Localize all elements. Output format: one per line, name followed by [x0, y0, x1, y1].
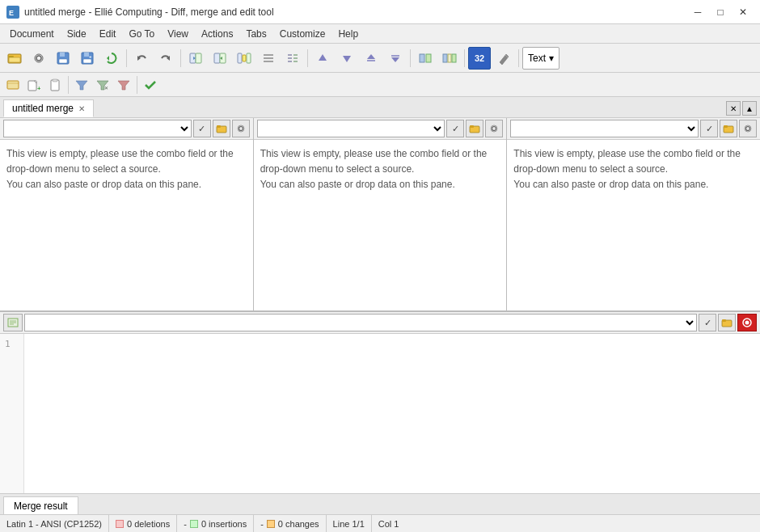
title-bar: E untitled merge - Ellié Computing - Dif…	[0, 0, 760, 24]
bottom-pane-folder[interactable]	[718, 314, 736, 331]
center-pane: ✓ This view is empty, please use the com…	[254, 118, 508, 310]
tab-win-close[interactable]: ✕	[726, 101, 741, 116]
center-pane-combo[interactable]	[257, 120, 445, 137]
left-pane-check[interactable]: ✓	[193, 120, 211, 137]
copy-left-button[interactable]	[184, 47, 207, 70]
menu-document[interactable]: Document	[3, 24, 61, 43]
open-file-button[interactable]	[3, 75, 23, 95]
menu-edit[interactable]: Edit	[93, 24, 123, 43]
left-pane-combo[interactable]	[3, 120, 192, 137]
right-pane-settings[interactable]	[739, 120, 757, 137]
changes-status: - 0 changes	[254, 515, 326, 532]
left-pane-empty-text2: drop-down menu to select a source.	[6, 163, 161, 175]
tab-bar: untitled merge ✕ ✕ ▲	[0, 97, 760, 118]
dropdown-arrow: ▾	[549, 53, 554, 64]
maximize-button[interactable]: □	[710, 4, 731, 20]
line-number-1: 1	[5, 337, 19, 352]
svg-text:+: +	[37, 85, 40, 91]
editor-area[interactable]	[24, 334, 760, 493]
filter-button[interactable]	[72, 75, 91, 95]
svg-rect-18	[196, 53, 201, 63]
left-pane-empty-text3: You can also paste or drop data on this …	[6, 179, 201, 190]
deletions-box	[116, 520, 124, 528]
new-file-button[interactable]: +	[24, 75, 44, 95]
left-pane-empty-text: This view is empty, please use the combo…	[6, 148, 234, 159]
filter-config-button[interactable]: ✕	[93, 75, 112, 95]
insertions-label: 0 insertions	[201, 519, 247, 529]
menu-view[interactable]: View	[161, 24, 195, 43]
center-pane-empty-text: This view is empty, please use the combo…	[260, 148, 488, 159]
svg-rect-64	[470, 125, 474, 128]
center-pane-settings[interactable]	[485, 120, 503, 137]
check-button[interactable]	[141, 75, 160, 95]
nav-btn-2[interactable]	[438, 47, 461, 70]
tab-close-icon[interactable]: ✕	[78, 104, 85, 113]
right-pane-folder[interactable]	[720, 120, 737, 137]
left-pane-settings[interactable]	[232, 120, 250, 137]
tab-label: untitled merge	[12, 103, 74, 114]
svg-rect-47	[7, 81, 19, 89]
bottom-pane-combo[interactable]	[24, 314, 697, 331]
menu-customize[interactable]: Customize	[273, 24, 332, 43]
save-button[interactable]	[52, 47, 74, 70]
right-pane-body: This view is empty, please use the combo…	[507, 140, 760, 310]
tab-win-max[interactable]: ▲	[742, 101, 757, 116]
line-num-button[interactable]: 32	[468, 47, 491, 70]
menu-actions[interactable]: Actions	[195, 24, 239, 43]
svg-rect-24	[247, 53, 251, 63]
svg-rect-3	[8, 56, 14, 57]
redo-button[interactable]	[154, 47, 177, 70]
copy-right-button[interactable]	[209, 47, 231, 70]
svg-rect-20	[214, 53, 220, 63]
center-pane-check[interactable]: ✓	[446, 120, 464, 137]
svg-marker-35	[319, 54, 327, 61]
svg-rect-45	[452, 54, 456, 62]
merge-result-tab[interactable]: Merge result	[3, 496, 78, 514]
toolbar2-sep-1	[68, 76, 69, 94]
insertions-status: - 0 insertions	[177, 515, 254, 532]
minimize-button[interactable]: ─	[687, 4, 708, 20]
align-button[interactable]	[257, 47, 280, 70]
svg-marker-37	[367, 54, 375, 59]
center-pane-folder[interactable]	[466, 120, 483, 137]
menu-goto[interactable]: Go To	[122, 24, 161, 43]
text-mode-button[interactable]: Text ▾	[522, 47, 559, 70]
right-pane-empty-text3: You can also paste or drop data on this …	[513, 179, 708, 190]
filter-clear-button[interactable]	[114, 75, 133, 95]
right-pane-combo[interactable]	[510, 120, 699, 137]
bottom-pane-icon[interactable]	[3, 314, 23, 331]
svg-rect-41	[420, 54, 424, 62]
menu-side[interactable]: Side	[61, 24, 93, 43]
sync-button[interactable]	[281, 47, 304, 70]
open-button[interactable]	[3, 47, 26, 70]
left-pane-folder[interactable]	[213, 120, 230, 137]
edit-mode-button[interactable]	[492, 47, 515, 70]
right-pane-check[interactable]: ✓	[700, 120, 718, 137]
separator-6	[518, 49, 519, 67]
close-button[interactable]: ✕	[733, 4, 754, 20]
right-pane-header: ✓	[507, 118, 760, 140]
first-diff-button[interactable]	[360, 47, 382, 70]
bottom-pane-check[interactable]: ✓	[699, 314, 716, 331]
next-diff-button[interactable]	[336, 47, 358, 70]
clipboard-button[interactable]	[45, 75, 65, 95]
menu-help[interactable]: Help	[331, 24, 365, 43]
active-tab[interactable]: untitled merge ✕	[3, 99, 94, 117]
last-diff-button[interactable]	[384, 47, 407, 70]
svg-rect-76	[722, 319, 726, 322]
settings-button[interactable]	[27, 47, 50, 70]
merge-button[interactable]	[233, 47, 255, 70]
menu-tabs[interactable]: Tabs	[239, 24, 272, 43]
right-pane-empty-text: This view is empty, please use the combo…	[513, 148, 741, 159]
nav-btn-1[interactable]	[414, 47, 437, 70]
bottom-pane-target[interactable]	[737, 314, 757, 331]
reload-button[interactable]	[100, 47, 123, 70]
footer-tab-bar: Merge result	[0, 493, 760, 514]
save-as-button[interactable]: +	[76, 47, 99, 70]
svg-text:+: +	[89, 54, 92, 59]
svg-marker-55	[76, 81, 87, 90]
prev-diff-button[interactable]	[311, 47, 334, 70]
undo-button[interactable]	[130, 47, 153, 70]
col-label: Col 1	[378, 519, 399, 529]
svg-rect-54	[53, 79, 57, 82]
